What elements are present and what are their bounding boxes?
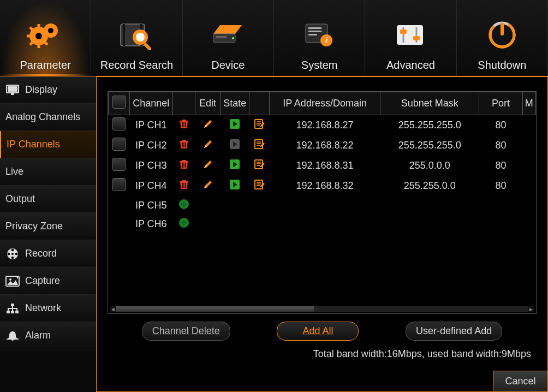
config-icon[interactable] — [253, 179, 265, 191]
svg-rect-82 — [182, 180, 186, 181]
edit-icon[interactable] — [202, 118, 213, 129]
system-icon: i — [300, 19, 338, 51]
topnav-device[interactable]: Device — [183, 0, 274, 76]
capture-icon — [5, 275, 20, 287]
sidebar-item-label: Capture — [25, 275, 60, 287]
delete-icon[interactable] — [178, 139, 189, 150]
user-defined-add-button[interactable]: User-defined Add — [406, 322, 502, 341]
sidebar-item-ip-channels[interactable]: IP Channels — [0, 131, 96, 158]
row-checkbox[interactable] — [112, 158, 126, 171]
topnav-shutdown[interactable]: Shutdown — [457, 0, 548, 76]
config-icon[interactable] — [253, 138, 265, 150]
svg-rect-62 — [182, 140, 186, 141]
col-channel: Channel — [129, 92, 172, 115]
sidebar-item-label: Alarm — [25, 330, 51, 341]
svg-rect-85 — [183, 183, 184, 188]
sidebar-item-output[interactable]: Output — [0, 186, 96, 213]
sidebar: DisplayAnalog ChannelsIP ChannelsLiveOut… — [0, 76, 96, 392]
topnav-advanced[interactable]: Advanced — [365, 0, 456, 76]
svg-rect-48 — [11, 311, 14, 313]
row-checkbox[interactable] — [112, 178, 126, 191]
state-icon[interactable] — [229, 118, 240, 129]
cell-channel: IP CH4 — [129, 176, 172, 196]
state-icon[interactable] — [229, 139, 240, 150]
cell-mask: 255.255.0.0 — [380, 176, 479, 196]
edit-icon[interactable] — [202, 139, 213, 150]
svg-line-10 — [30, 42, 33, 45]
topnav-parameter[interactable]: Parameter — [0, 0, 91, 76]
header-checkbox[interactable] — [112, 96, 126, 109]
topnav-system[interactable]: iSystem — [274, 0, 365, 76]
svg-rect-46 — [11, 304, 14, 306]
cell-port: 80 — [479, 176, 522, 196]
sidebar-item-privacy-zone[interactable]: Privacy Zone — [0, 213, 96, 240]
col-port: Port — [479, 92, 522, 115]
svg-rect-58 — [255, 120, 263, 128]
svg-rect-22 — [308, 27, 321, 29]
state-icon[interactable] — [229, 179, 240, 190]
sidebar-item-analog-channels[interactable]: Analog Channels — [0, 104, 96, 131]
topnav-label: Advanced — [386, 59, 435, 72]
scroll-left-arrow[interactable]: ◄ — [110, 306, 116, 312]
svg-rect-56 — [185, 122, 186, 127]
svg-rect-75 — [183, 163, 184, 168]
add-all-button[interactable]: Add All — [277, 322, 359, 341]
svg-rect-52 — [182, 120, 186, 121]
svg-rect-24 — [308, 34, 317, 35]
reel-icon — [5, 248, 20, 260]
channel-delete-button[interactable]: Channel Delete — [142, 322, 230, 341]
svg-rect-51 — [7, 338, 19, 340]
sidebar-item-record[interactable]: Record — [0, 240, 96, 268]
scroll-thumb[interactable] — [116, 306, 314, 312]
shutdown-icon — [485, 19, 520, 51]
network-icon — [5, 302, 20, 314]
ip-channels-table: Channel Edit State IP Address/Domain Sub… — [108, 92, 536, 233]
scroll-right-arrow[interactable]: ► — [528, 306, 534, 312]
config-icon[interactable] — [253, 118, 265, 130]
config-icon[interactable] — [253, 158, 265, 170]
svg-rect-84 — [182, 183, 183, 188]
svg-point-42 — [8, 252, 10, 255]
table-row: IP CH2 192.168.8.22 255.255.255.0 80 — [109, 135, 536, 156]
svg-rect-64 — [182, 142, 183, 147]
delete-icon[interactable] — [178, 159, 189, 170]
add-icon[interactable] — [178, 217, 189, 228]
edit-icon[interactable] — [202, 159, 213, 170]
delete-icon[interactable] — [178, 179, 189, 190]
svg-rect-88 — [255, 180, 263, 189]
row-checkbox[interactable] — [112, 138, 126, 151]
sidebar-item-label: Privacy Zone — [5, 221, 63, 232]
cell-channel: IP CH1 — [129, 115, 172, 136]
record-search-icon — [117, 19, 156, 51]
col-config — [249, 92, 270, 115]
add-icon[interactable] — [178, 199, 189, 210]
svg-rect-68 — [255, 140, 263, 149]
top-nav: ParameterRecord SearchDeviceiSystemAdvan… — [0, 0, 548, 76]
svg-rect-53 — [180, 121, 188, 122]
svg-point-45 — [9, 278, 11, 281]
sidebar-item-display[interactable]: Display — [0, 76, 96, 104]
topnav-record-search[interactable]: Record Search — [91, 0, 182, 76]
edit-icon[interactable] — [202, 179, 213, 190]
svg-rect-65 — [183, 142, 184, 147]
svg-point-43 — [15, 252, 18, 255]
table-row-empty: IP CH5 — [109, 196, 536, 215]
cancel-button[interactable]: Cancel — [493, 371, 547, 391]
button-row: Channel Delete Add All User-defined Add — [97, 314, 547, 341]
sidebar-item-label: Analog Channels — [5, 111, 80, 123]
row-checkbox[interactable] — [112, 117, 126, 130]
col-state: State — [221, 92, 249, 115]
sidebar-item-network[interactable]: Network — [0, 295, 96, 322]
state-icon[interactable] — [229, 159, 240, 170]
sidebar-item-label: Record — [25, 248, 57, 259]
sidebar-item-alarm[interactable]: Alarm — [0, 322, 96, 349]
sidebar-item-live[interactable]: Live — [0, 158, 96, 186]
table-row: IP CH4 192.168.8.32 255.255.0.0 80 — [109, 176, 536, 196]
sidebar-item-capture[interactable]: Capture — [0, 268, 96, 295]
topnav-label: Record Search — [100, 59, 173, 72]
scroll-track[interactable] — [116, 306, 528, 312]
svg-rect-86 — [185, 183, 186, 188]
horizontal-scrollbar[interactable]: ◄ ► — [110, 306, 534, 312]
delete-icon[interactable] — [178, 118, 189, 129]
cell-channel: IP CH6 — [129, 215, 172, 233]
